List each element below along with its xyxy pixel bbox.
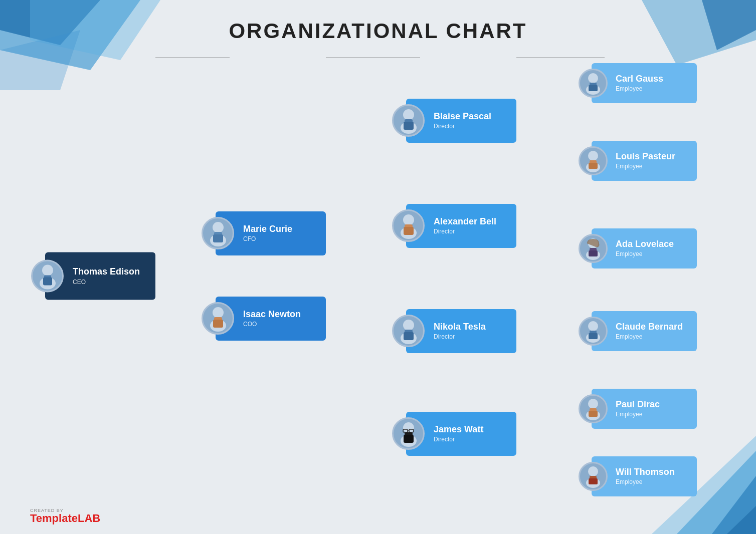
svg-rect-77 — [589, 250, 598, 256]
cfo-name: Marie Curie — [243, 224, 292, 235]
watermark-logo: TemplateLAB — [30, 513, 100, 524]
director4-role: Director — [434, 436, 483, 443]
director1-name: Blaise Pascal — [434, 111, 491, 122]
emp1-avatar — [579, 69, 608, 98]
emp2-role: Employee — [616, 163, 675, 170]
svg-point-70 — [588, 151, 598, 161]
emp1-name: Carl Gauss — [616, 74, 663, 85]
emp6-role: Employee — [616, 478, 675, 485]
emp2-avatar — [579, 146, 608, 175]
director4-name: James Watt — [434, 424, 483, 435]
svg-point-66 — [588, 73, 598, 83]
director4-avatar — [392, 417, 425, 450]
director3-avatar — [392, 315, 425, 347]
emp6-name: Will Thomson — [616, 467, 675, 478]
svg-rect-81 — [589, 333, 598, 339]
svg-point-35 — [42, 264, 53, 276]
ceo-node: Thomas Edison CEO — [45, 252, 155, 300]
svg-rect-58 — [404, 332, 414, 340]
emp4-name: Claude Bernard — [616, 322, 683, 333]
svg-point-51 — [403, 214, 414, 225]
emp6-node: Will Thomson Employee — [592, 456, 697, 496]
svg-rect-89 — [589, 478, 598, 484]
coo-name: Isaac Newton — [243, 309, 301, 320]
cfo-role: CFO — [243, 235, 292, 242]
coo-role: COO — [243, 321, 301, 328]
director2-name: Alexander Bell — [434, 216, 496, 227]
emp2-node: Louis Pasteur Employee — [592, 141, 697, 181]
svg-rect-73 — [589, 163, 598, 169]
emp1-role: Employee — [616, 85, 663, 92]
svg-rect-42 — [213, 234, 223, 242]
emp5-role: Employee — [616, 411, 660, 418]
svg-rect-38 — [43, 277, 52, 285]
director2-role: Director — [434, 228, 496, 235]
emp2-name: Louis Pasteur — [616, 151, 675, 162]
svg-rect-69 — [589, 85, 598, 91]
svg-rect-65 — [404, 435, 414, 443]
coo-node: Isaac Newton COO — [216, 297, 326, 341]
director2-avatar — [392, 209, 425, 242]
emp4-node: Claude Bernard Employee — [592, 311, 697, 351]
emp1-node: Carl Gauss Employee — [592, 63, 697, 103]
svg-point-78 — [588, 321, 598, 331]
director1-node: Blaise Pascal Director — [406, 99, 516, 143]
watermark: CREATED BY TemplateLAB — [30, 508, 100, 524]
director3-name: Nikola Tesla — [434, 322, 486, 333]
svg-point-47 — [403, 109, 414, 120]
coo-avatar — [202, 302, 234, 335]
emp5-node: Paul Dirac Employee — [592, 389, 697, 429]
emp4-role: Employee — [616, 333, 683, 340]
emp3-role: Employee — [616, 250, 674, 257]
page-title: ORGANIZATIONAL CHART — [0, 19, 756, 43]
emp5-name: Paul Dirac — [616, 399, 660, 410]
svg-rect-46 — [213, 320, 223, 328]
svg-point-86 — [588, 466, 598, 476]
svg-point-39 — [213, 222, 224, 233]
director4-node: James Watt Director — [406, 412, 516, 456]
svg-rect-85 — [589, 411, 598, 417]
ceo-name: Thomas Edison — [73, 266, 140, 278]
emp3-avatar — [579, 234, 608, 263]
svg-point-82 — [588, 399, 598, 409]
director1-role: Director — [434, 123, 491, 130]
emp3-name: Ada Lovelace — [616, 239, 674, 250]
emp4-avatar — [579, 317, 608, 346]
svg-point-55 — [403, 320, 414, 331]
cfo-node: Marie Curie CFO — [216, 211, 326, 255]
director1-avatar — [392, 104, 425, 137]
emp5-avatar — [579, 394, 608, 423]
svg-rect-50 — [404, 122, 414, 130]
svg-rect-54 — [404, 227, 414, 235]
svg-point-43 — [213, 307, 224, 318]
ceo-role: CEO — [73, 278, 140, 285]
svg-point-59 — [403, 422, 414, 433]
emp3-node: Ada Lovelace Employee — [592, 228, 697, 269]
director2-node: Alexander Bell Director — [406, 204, 516, 248]
ceo-avatar — [31, 259, 64, 292]
director3-node: Nikola Tesla Director — [406, 309, 516, 353]
cfo-avatar — [202, 217, 234, 249]
director3-role: Director — [434, 333, 486, 340]
emp6-avatar — [579, 462, 608, 491]
